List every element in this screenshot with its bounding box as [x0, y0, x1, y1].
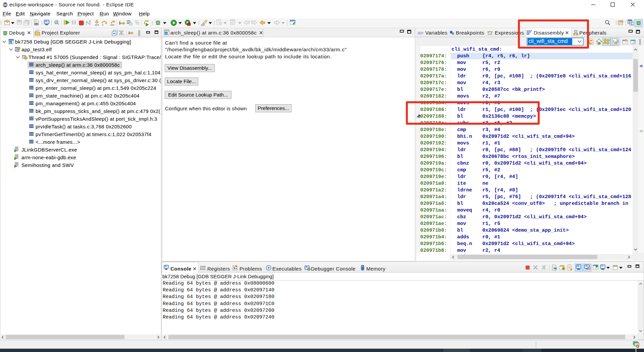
svg-text:0101: 0101: [200, 268, 206, 271]
